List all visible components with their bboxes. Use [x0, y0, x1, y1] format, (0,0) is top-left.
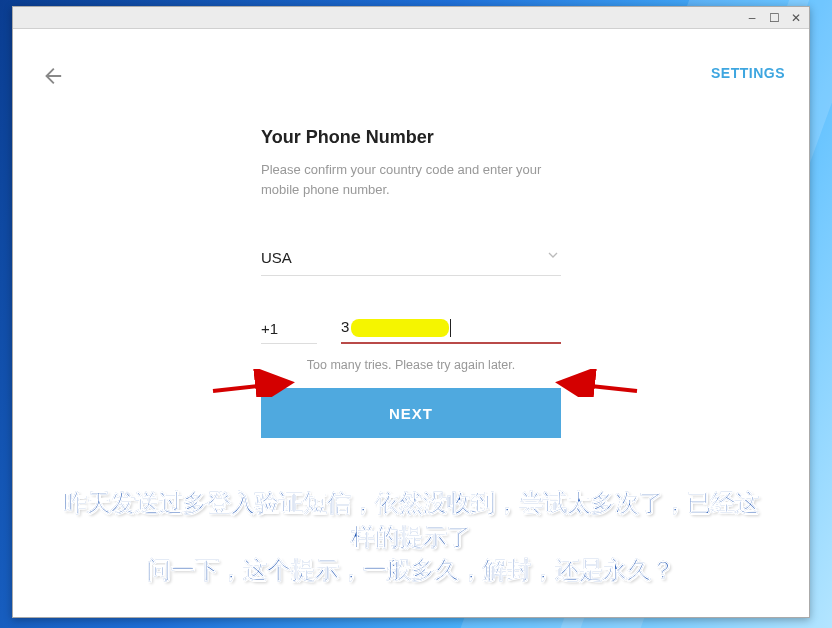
next-button[interactable]: NEXT	[261, 388, 561, 438]
country-select[interactable]: USA	[261, 247, 561, 276]
annotation-line-1: 昨天发送过多登入验证短信，依然没收到，尝试太多次了，已经这样的提示了	[53, 487, 769, 554]
country-code-input[interactable]: +1	[261, 320, 317, 344]
arrow-left-icon	[41, 65, 63, 87]
content-area: SETTINGS Your Phone Number Please confir…	[13, 29, 809, 617]
minimize-button[interactable]: –	[745, 11, 759, 25]
form-subtext: Please confirm your country code and ent…	[261, 160, 561, 199]
app-window: – ☐ ✕ SETTINGS Your Phone Number Please …	[12, 6, 810, 618]
phone-number-input[interactable]: 3	[341, 318, 561, 344]
form-heading: Your Phone Number	[261, 127, 561, 148]
error-message: Too many tries. Please try again later.	[261, 358, 561, 372]
phone-row: +1 3	[261, 318, 561, 344]
annotation-text: 昨天发送过多登入验证短信，依然没收到，尝试太多次了，已经这样的提示了 问一下，这…	[13, 487, 809, 588]
maximize-button[interactable]: ☐	[767, 11, 781, 25]
close-button[interactable]: ✕	[789, 11, 803, 25]
phone-redacted	[351, 319, 449, 337]
annotation-arrow-right	[551, 369, 641, 401]
annotation-line-2: 问一下，这个提示，一般多久，解封，还是永久？	[53, 554, 769, 588]
phone-leading-digit: 3	[341, 318, 349, 335]
titlebar: – ☐ ✕	[13, 7, 809, 29]
settings-link[interactable]: SETTINGS	[711, 65, 785, 81]
chevron-down-icon	[545, 247, 561, 267]
country-name: USA	[261, 249, 292, 266]
text-caret	[450, 319, 451, 337]
phone-form: Your Phone Number Please confirm your co…	[261, 127, 561, 438]
svg-line-1	[563, 383, 637, 391]
back-button[interactable]	[41, 65, 63, 91]
